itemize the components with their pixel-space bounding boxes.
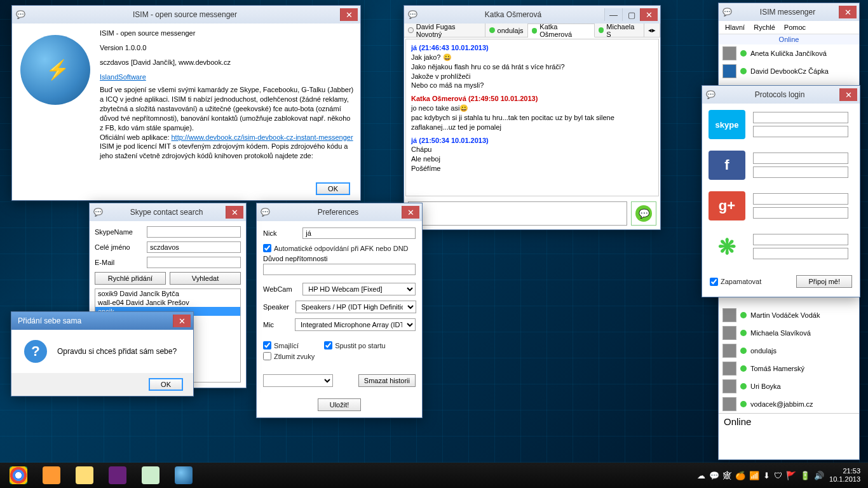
chat-tab[interactable]: Michaela S	[595, 24, 644, 37]
close-icon[interactable]: ✕	[226, 206, 243, 219]
tray-icon[interactable]: ⬇	[763, 471, 770, 480]
clear-history-button[interactable]: Smazat historii	[358, 374, 416, 387]
contact-row[interactable]: Aneta Kulička Jančíková	[719, 44, 859, 62]
tray-icons[interactable]: ☁ 💬 🕸 🍊 📶 ⬇ 🛡 🚩 🔋 🔊	[697, 471, 824, 480]
about-version: Version 1.0.0.0	[100, 43, 355, 53]
quick-add-button[interactable]: Rychlé přidání	[95, 272, 166, 285]
tray-icon[interactable]: 🛡	[774, 471, 782, 480]
tray-icon[interactable]: 🚩	[786, 471, 796, 480]
taskbar-app-media[interactable]	[36, 464, 67, 487]
maximize-icon[interactable]: ▢	[622, 8, 640, 21]
tab-scroll-icon[interactable]: ◂▸	[644, 24, 660, 37]
app-icon: 💬	[92, 207, 104, 218]
smileys-checkbox[interactable]: Smajlící	[263, 341, 299, 349]
skype-user-input[interactable]	[753, 112, 848, 123]
fb-user-input[interactable]	[753, 152, 848, 164]
taskbar-app-isim[interactable]	[168, 464, 200, 487]
chat-input[interactable]	[408, 201, 627, 226]
fullname-input[interactable]	[147, 241, 241, 253]
app-icon: 💬	[705, 89, 716, 100]
skype-titlebar[interactable]: 💬 Skype contact search ✕	[90, 203, 246, 221]
reason-input[interactable]	[263, 264, 416, 275]
skype-pass-input[interactable]	[753, 126, 848, 137]
tray-icon[interactable]: ☁	[697, 471, 705, 480]
island-software-link[interactable]: IslandSoftware	[100, 73, 146, 81]
save-button[interactable]: Uložit!	[318, 398, 362, 411]
search-button[interactable]: Vyhledat	[170, 272, 241, 285]
status-dot-icon	[740, 50, 747, 57]
startup-checkbox[interactable]: Spustit po startu	[324, 341, 386, 349]
msg-line: Jak jako? 😀	[411, 53, 653, 62]
close-icon[interactable]: ✕	[173, 315, 191, 327]
about-heading: ISIM - open source messenger	[100, 29, 355, 38]
confirm-ok-button[interactable]: OK	[149, 378, 183, 391]
tray-icon[interactable]: 📶	[749, 471, 759, 480]
contact-row[interactable]: Uri Boyka	[719, 377, 859, 395]
chat-tab[interactable]: ondulajs	[485, 24, 528, 37]
menu-quick[interactable]: Rychlé	[754, 24, 775, 31]
roster-titlebar[interactable]: 💬 ISIM messenger ✕	[719, 3, 859, 21]
list-item[interactable]: soxik9 David Jancík Bytča	[95, 289, 240, 298]
auto-reply-checkbox[interactable]: Automatické odpovídání při AFK nebo DND	[263, 244, 416, 252]
tray-icon[interactable]: 🍊	[735, 471, 745, 480]
chat-messages[interactable]: já (21:46:43 10.01.2013) Jak jako? 😀 Jak…	[405, 39, 659, 196]
fullname-label: Celé jméno	[95, 243, 142, 251]
email-input[interactable]	[147, 257, 241, 268]
minimize-icon[interactable]: —	[604, 8, 622, 21]
fb-pass-input[interactable]	[753, 166, 848, 178]
google-pass-input[interactable]	[753, 207, 848, 219]
close-icon[interactable]: ✕	[402, 206, 419, 219]
menu-main[interactable]: Hlavní	[725, 24, 745, 31]
close-icon[interactable]: ✕	[839, 6, 857, 18]
contact-row[interactable]: Tomáš Hamerský	[719, 360, 859, 377]
connect-button[interactable]: Připoj mě!	[796, 275, 852, 288]
prefs-titlebar[interactable]: 💬 Preferences ✕	[257, 203, 422, 221]
contact-row[interactable]: Michaela Slavíková	[719, 324, 859, 342]
speaker-select[interactable]: Speakers / HP (IDT High Definition	[295, 301, 416, 313]
tray-icon[interactable]: 🕸	[723, 471, 731, 480]
taskbar-app-vs[interactable]	[102, 464, 133, 487]
taskbar-clock[interactable]: 21:53 10.1.2013	[829, 467, 860, 484]
taskbar-app-explorer[interactable]	[69, 464, 100, 487]
tray-icon[interactable]: 🔋	[800, 471, 810, 480]
confirm-title: Přidání sebe sama	[14, 316, 173, 325]
icq-user-input[interactable]	[753, 234, 848, 245]
nick-label: Nick	[263, 229, 296, 237]
chat-titlebar[interactable]: 💬 Katka Ošmerová — ▢ ✕	[404, 6, 660, 24]
icq-pass-input[interactable]	[753, 248, 848, 259]
contact-row[interactable]: Martin Vodáček Vodák	[719, 306, 859, 324]
chat-tab-active[interactable]: Katka Ošmerová	[528, 24, 595, 37]
about-ok-button[interactable]: OK	[316, 182, 350, 195]
google-user-input[interactable]	[753, 193, 848, 205]
taskbar-app-chrome[interactable]	[3, 464, 34, 487]
tray-icon[interactable]: 🔊	[814, 471, 824, 480]
mute-checkbox[interactable]: Ztlumit zvuky	[263, 352, 416, 360]
msg-header-me: já (21:46:43 10.01.2013)	[411, 43, 653, 53]
skype-search-title: Skype contact search	[107, 208, 226, 217]
contact-row[interactable]: David DevbookCz Čápka	[719, 62, 859, 80]
proto-titlebar[interactable]: 💬 Protocols login ✕	[702, 86, 860, 104]
list-item[interactable]: wall-e04 David Jancik Prešov	[95, 298, 240, 307]
about-titlebar[interactable]: 💬 ISIM - open source messenger ✕	[12, 6, 360, 24]
about-author: sczdavos [David Jančík], www.devbook.cz	[100, 58, 355, 67]
nick-input[interactable]	[302, 227, 416, 239]
close-icon[interactable]: ✕	[839, 88, 857, 101]
history-select[interactable]	[263, 374, 333, 387]
menu-help[interactable]: Pomoc	[784, 24, 806, 31]
remember-checkbox[interactable]: Zapamatovat	[710, 278, 761, 286]
skypename-input[interactable]	[147, 226, 241, 238]
roster-status[interactable]: Online	[719, 413, 859, 430]
mic-select[interactable]: Integrated Microphone Array (IDT H	[295, 318, 416, 331]
webcam-select[interactable]: HP HD Webcam [Fixed]	[302, 283, 416, 295]
confirm-titlebar[interactable]: Přidání sebe sama ✕	[11, 312, 193, 330]
taskbar-app-notepad[interactable]	[135, 464, 166, 487]
contact-row[interactable]: ondulajs	[719, 342, 859, 360]
close-icon[interactable]: ✕	[640, 8, 658, 21]
about-official-link[interactable]: http://www.devbook.cz/isim-devbook-cz-in…	[172, 133, 353, 141]
close-icon[interactable]: ✕	[340, 8, 358, 21]
contact-row[interactable]: vodacek@jabbim.cz	[719, 395, 859, 413]
tray-icon[interactable]: 💬	[709, 471, 719, 480]
chat-tab[interactable]: David Fugas Novotný	[404, 24, 485, 37]
send-button[interactable]: 💬	[631, 201, 656, 226]
system-tray: ☁ 💬 🕸 🍊 📶 ⬇ 🛡 🚩 🔋 🔊 21:53 10.1.2013	[697, 467, 865, 484]
